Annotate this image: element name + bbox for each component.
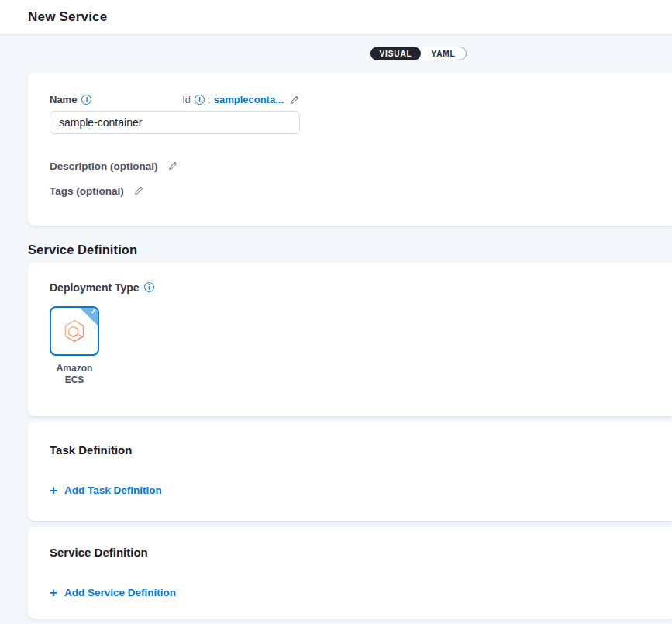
add-task-definition-button[interactable]: + Add Task Definition: [50, 484, 162, 496]
task-definition-title: Task Definition: [50, 443, 650, 457]
edit-description-icon[interactable]: [167, 160, 178, 171]
page-title: New Service: [28, 9, 107, 25]
id-value[interactable]: sampleconta...: [214, 94, 284, 105]
id-group: Id i : sampleconta...: [182, 94, 300, 105]
id-label: Id: [182, 94, 191, 105]
id-info-icon[interactable]: i: [195, 95, 205, 105]
service-definition-title: Service Definition: [50, 546, 650, 559]
service-basics-card: Name i Id i : sampleconta... Description…: [28, 73, 672, 226]
plus-icon: +: [50, 485, 57, 496]
tile-label-line1: Amazon: [50, 363, 99, 374]
id-colon: :: [208, 94, 211, 105]
name-info-icon[interactable]: i: [81, 95, 91, 105]
task-definition-card: Task Definition + Add Task Definition: [28, 422, 672, 521]
tile-label-line2: ECS: [50, 374, 99, 386]
deployment-type-tile-amazon-ecs[interactable]: ✓: [50, 306, 99, 356]
check-icon: ✓: [91, 307, 97, 315]
toggle-visual-button[interactable]: VISUAL: [370, 47, 421, 60]
tags-row: Tags (optional): [50, 184, 650, 197]
plus-icon: +: [50, 588, 57, 598]
add-service-definition-label: Add Service Definition: [64, 587, 176, 598]
deployment-type-label-row: Deployment Type i: [50, 281, 650, 294]
deployment-type-label: Deployment Type: [50, 281, 140, 294]
service-definition-card: Service Definition + Add Service Definit…: [28, 527, 672, 619]
page-header: New Service: [0, 0, 672, 35]
name-label: Name: [50, 94, 77, 105]
tags-label: Tags (optional): [50, 185, 124, 197]
edit-tags-icon[interactable]: [133, 185, 144, 196]
deployment-type-tile-label: Amazon ECS: [50, 363, 99, 386]
description-label: Description (optional): [50, 160, 158, 172]
description-row: Description (optional): [50, 160, 650, 172]
toggle-yaml-button[interactable]: YAML: [421, 47, 466, 60]
visual-yaml-toggle[interactable]: VISUAL YAML: [370, 47, 467, 60]
add-service-definition-button[interactable]: + Add Service Definition: [50, 587, 176, 598]
name-input[interactable]: [50, 111, 300, 134]
edit-id-icon[interactable]: [289, 95, 300, 105]
deployment-type-info-icon[interactable]: i: [144, 282, 154, 292]
add-task-definition-label: Add Task Definition: [64, 484, 162, 496]
deployment-type-card: Deployment Type i ✓ Amazon ECS: [28, 263, 672, 416]
name-id-row: Name i Id i : sampleconta...: [50, 93, 300, 106]
service-definition-section-title: Service Definition: [28, 243, 672, 257]
name-label-group: Name i: [50, 94, 91, 105]
